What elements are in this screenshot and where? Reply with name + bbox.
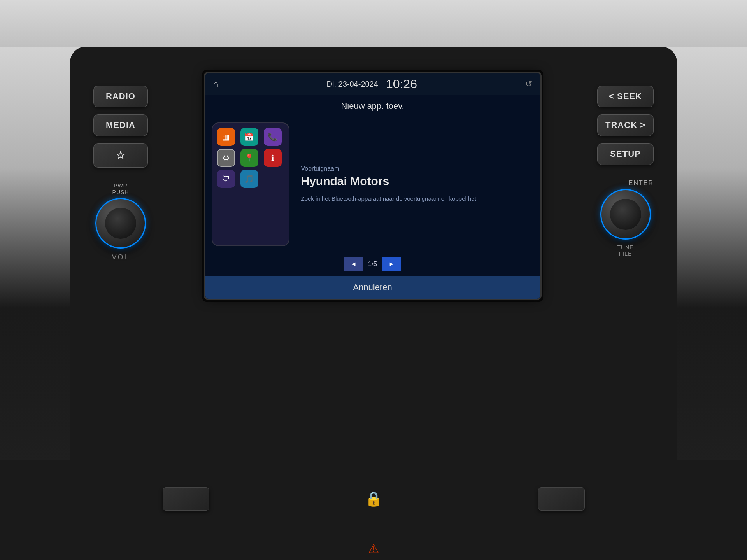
main-row: RADIO MEDIA ☆ PWRPUSH VOL ⌂ (93, 70, 654, 302)
vol-label: VOL (112, 253, 129, 261)
screen-container: ⌂ Di. 23-04-2024 10:26 ↺ Nieuw app. toev… (163, 70, 582, 302)
home-icon[interactable]: ⌂ (213, 79, 219, 89)
modal-title: Nieuw app. toev. (205, 95, 540, 116)
modal-overlay: Nieuw app. toev. ▦ 📅 📞 ⚙ 📍 ℹ (205, 95, 540, 299)
next-page-button[interactable]: ► (382, 257, 401, 271)
control-panel: RADIO MEDIA ☆ PWRPUSH VOL ⌂ (70, 47, 677, 460)
app-icon-5: 🛡 (217, 170, 235, 188)
instruction-text: Zoek in het Bluetooth-apparaat naar de v… (301, 194, 530, 203)
vehicle-label: Voertuignaam : (301, 165, 530, 172)
top-area (0, 0, 747, 47)
tune-file-label: TUNEFILE (617, 244, 633, 257)
radio-button[interactable]: RADIO (93, 86, 148, 107)
back-icon[interactable]: ↺ (525, 79, 532, 89)
date-display: Di. 23-04-2024 (327, 80, 378, 89)
screen-bezel: ⌂ Di. 23-04-2024 10:26 ↺ Nieuw app. toev… (202, 70, 543, 302)
page-nav: ◄ 1/5 ► (205, 252, 540, 276)
time-display: 10:26 (386, 77, 417, 91)
left-buttons: RADIO MEDIA ☆ PWRPUSH VOL (93, 86, 148, 261)
app-icon-1: 📅 (240, 128, 258, 146)
pwr-label: PWRPUSH (112, 182, 129, 196)
track-button[interactable]: TRACK > (597, 114, 654, 136)
screen-header: ⌂ Di. 23-04-2024 10:26 ↺ (205, 73, 540, 95)
enter-label: ENTER (629, 180, 654, 187)
cancel-button[interactable]: Annuleren (205, 276, 540, 299)
screen[interactable]: ⌂ Di. 23-04-2024 10:26 ↺ Nieuw app. toev… (205, 73, 540, 299)
modal-content: ▦ 📅 📞 ⚙ 📍 ℹ 🛡 🎵 (205, 116, 540, 252)
bottom-right-button[interactable] (538, 487, 585, 511)
app-icon-3: 📍 (240, 149, 258, 167)
phone-mockup: ▦ 📅 📞 ⚙ 📍 ℹ 🛡 🎵 (212, 122, 289, 246)
car-unit: RADIO MEDIA ☆ PWRPUSH VOL ⌂ (0, 0, 747, 560)
app-icon-4: ℹ (264, 149, 282, 167)
app-icon-settings: ⚙ (217, 149, 235, 167)
enter-knob-inner (610, 199, 641, 230)
right-buttons: < SEEK TRACK > SETUP ENTER TUNEFILE (597, 86, 654, 257)
hazard-icon: ⚠ (368, 541, 379, 556)
app-icon-6: 🎵 (240, 170, 258, 188)
knob-inner (105, 208, 136, 239)
page-indicator: 1/5 (368, 260, 377, 268)
right-knob-area: ENTER TUNEFILE (597, 180, 654, 257)
lock-icon: 🔒 (365, 491, 382, 507)
info-panel: Voertuignaam : Hyundai Motors Zoek in he… (297, 122, 534, 246)
app-icon-2: 📞 (264, 128, 282, 146)
enter-knob[interactable] (600, 189, 651, 240)
lock-icon-container: 🔒 (365, 491, 382, 507)
favorite-button[interactable]: ☆ (93, 143, 148, 168)
bottom-panel: 🔒 (0, 460, 747, 537)
left-knob-area: PWRPUSH VOL (93, 182, 148, 261)
app-icon-0: ▦ (217, 128, 235, 146)
seek-button[interactable]: < SEEK (597, 86, 654, 107)
date-time: Di. 23-04-2024 10:26 (327, 77, 417, 91)
media-button[interactable]: MEDIA (93, 114, 148, 136)
bottom-left-button[interactable] (163, 487, 209, 511)
setup-button[interactable]: SETUP (597, 143, 654, 165)
volume-knob[interactable] (95, 198, 146, 248)
vehicle-name: Hyundai Motors (301, 175, 530, 188)
prev-page-button[interactable]: ◄ (344, 257, 363, 271)
